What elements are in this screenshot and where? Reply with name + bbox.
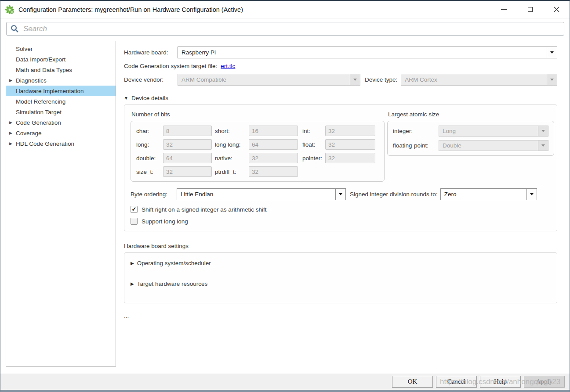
collapse-triangle-icon: ▶ — [131, 261, 134, 266]
long-bits-input: 32 — [163, 139, 212, 150]
device-details-title: Device details — [131, 95, 168, 101]
chevron-down-icon — [550, 51, 554, 54]
pointer-bits-input: 32 — [325, 153, 375, 163]
signed-division-value: Zero — [441, 189, 526, 200]
window-title: Configuration Parameters: mygreenhot/Run… — [18, 6, 243, 13]
maximize-button[interactable] — [517, 1, 543, 18]
sidebar-item-model-referencing[interactable]: Model Referencing — [6, 96, 116, 107]
sidebar-item-label: Code Generation — [16, 119, 61, 126]
sidebar-item-simulation-target[interactable]: Simulation Target — [6, 107, 116, 117]
device-vendor-select: ARM Compatible — [178, 74, 360, 86]
maximize-icon — [528, 7, 533, 12]
ptrdiff-t-label: ptrdiff_t: — [212, 169, 249, 175]
dropdown-arrow-button[interactable] — [547, 47, 557, 58]
sidebar-item-diagnostics[interactable]: ▶ Diagnostics — [6, 75, 116, 86]
expand-arrow-icon[interactable]: ▶ — [9, 131, 16, 135]
search-box[interactable] — [6, 22, 564, 36]
dropdown-arrow-button — [538, 126, 548, 136]
operating-system-scheduler-section[interactable]: ▶ Operating system/scheduler — [131, 260, 551, 266]
hardware-board-label: Hardware board: — [124, 49, 178, 56]
support-long-long-row: Support long long — [131, 218, 551, 225]
char-label: char: — [136, 128, 163, 134]
largest-atomic-size-group: integer: Long floating-point: Double — [387, 121, 554, 156]
device-vendor-type-row: Device vendor: ARM Compatible Device typ… — [124, 74, 557, 86]
sidebar-item-coverage[interactable]: ▶ Coverage — [6, 128, 116, 138]
close-icon — [554, 7, 559, 12]
sidebar-item-hdl-code-generation[interactable]: ▶ HDL Code Generation — [6, 138, 116, 149]
signed-division-select[interactable]: Zero — [440, 188, 537, 200]
floating-point-atomic-value: Double — [439, 140, 538, 151]
shift-right-checkbox[interactable]: ✓ — [131, 206, 138, 213]
category-tree: Solver Data Import/Export Math and Data … — [6, 41, 116, 367]
sidebar-item-math-and-data-types[interactable]: Math and Data Types — [6, 65, 116, 75]
help-button[interactable]: Help — [480, 376, 521, 388]
sidebar-item-code-generation[interactable]: ▶ Code Generation — [6, 117, 116, 128]
number-of-bits-group: char: 8 short: 16 int: 32 long: 32 long … — [131, 121, 385, 182]
hardware-board-settings-panel: ▶ Operating system/scheduler ▶ Target ha… — [124, 252, 557, 303]
ellipsis-text: ... — [124, 313, 557, 319]
operating-system-scheduler-label: Operating system/scheduler — [137, 260, 211, 266]
sidebar-item-hardware-implementation[interactable]: Hardware Implementation — [6, 86, 116, 96]
hardware-board-row: Hardware board: Raspberry Pi — [124, 47, 557, 58]
size-t-bits-input: 32 — [163, 166, 212, 177]
integer-atomic-label: integer: — [393, 128, 439, 134]
expand-arrow-icon[interactable]: ▶ — [9, 78, 16, 83]
chevron-down-icon — [541, 144, 545, 147]
content-area: Solver Data Import/Export Math and Data … — [0, 38, 570, 374]
size-t-label: size_t: — [136, 169, 163, 175]
chevron-down-icon — [541, 130, 545, 132]
hardware-board-settings-header: Hardware board settings — [124, 243, 557, 249]
device-details-header[interactable]: ▼ Device details — [124, 95, 557, 101]
device-type-value: ARM Cortex — [401, 74, 547, 85]
dropdown-arrow-button[interactable] — [526, 189, 537, 200]
native-label: native: — [212, 155, 249, 162]
chevron-down-icon — [353, 79, 357, 81]
search-bar — [0, 18, 570, 38]
sidebar-item-label: Hardware Implementation — [16, 88, 84, 94]
largest-atomic-size-title: Largest atomic size — [388, 111, 554, 118]
shift-right-row: ✓ Shift right on a signed integer as ari… — [131, 206, 551, 213]
ptrdiff-t-bits-input: 32 — [249, 166, 298, 177]
ok-button[interactable]: OK — [392, 376, 433, 388]
cancel-button[interactable]: Cancel — [436, 376, 477, 388]
double-bits-input: 64 — [163, 153, 212, 163]
largest-atomic-size-section: Largest atomic size integer: Long float — [387, 110, 554, 156]
support-long-long-label: Support long long — [142, 218, 188, 225]
sidebar-item-label: Diagnostics — [16, 77, 47, 84]
double-label: double: — [136, 155, 163, 162]
pointer-label: pointer: — [298, 155, 325, 162]
hardware-board-select[interactable]: Raspberry Pi — [178, 47, 557, 58]
byte-ordering-select[interactable]: Little Endian — [177, 188, 346, 200]
expand-arrow-icon[interactable]: ▶ — [9, 141, 16, 146]
long-long-bits-input: 64 — [249, 139, 298, 150]
expand-arrow-icon[interactable]: ▶ — [9, 120, 16, 125]
minimize-button[interactable] — [490, 1, 517, 18]
int-bits-input: 32 — [325, 126, 375, 136]
number-of-bits-title: Number of bits — [131, 111, 385, 118]
sidebar-item-label: Math and Data Types — [16, 67, 72, 73]
integer-atomic-value: Long — [439, 126, 538, 136]
sidebar-item-solver[interactable]: Solver — [6, 43, 116, 54]
short-label: short: — [212, 128, 249, 134]
number-of-bits-section: Number of bits char: 8 short: 16 int: 32… — [131, 110, 385, 182]
ert-tlc-link[interactable]: ert.tlc — [221, 63, 235, 69]
short-bits-input: 16 — [249, 126, 298, 136]
byte-ordering-value: Little Endian — [177, 189, 335, 200]
dropdown-arrow-button[interactable] — [335, 189, 345, 200]
close-button[interactable] — [543, 1, 570, 18]
chevron-down-icon — [550, 79, 554, 81]
support-long-long-checkbox[interactable] — [131, 218, 138, 225]
sidebar-item-label: Solver — [16, 46, 33, 52]
target-hardware-resources-section[interactable]: ▶ Target hardware resources — [131, 281, 551, 287]
shift-right-label: Shift right on a signed integer as arith… — [142, 206, 266, 213]
search-icon — [10, 24, 19, 33]
dropdown-arrow-button — [538, 140, 548, 151]
collapse-triangle-icon: ▼ — [124, 96, 128, 101]
dropdown-arrow-button — [350, 74, 360, 85]
device-vendor-value: ARM Compatible — [178, 74, 350, 85]
search-input[interactable] — [22, 24, 560, 34]
dropdown-arrow-button — [547, 74, 557, 85]
target-file-row: Code Generation system target file: ert.… — [124, 63, 557, 69]
sidebar-item-data-import-export[interactable]: Data Import/Export — [6, 54, 116, 65]
hardware-board-value: Raspberry Pi — [178, 47, 547, 58]
